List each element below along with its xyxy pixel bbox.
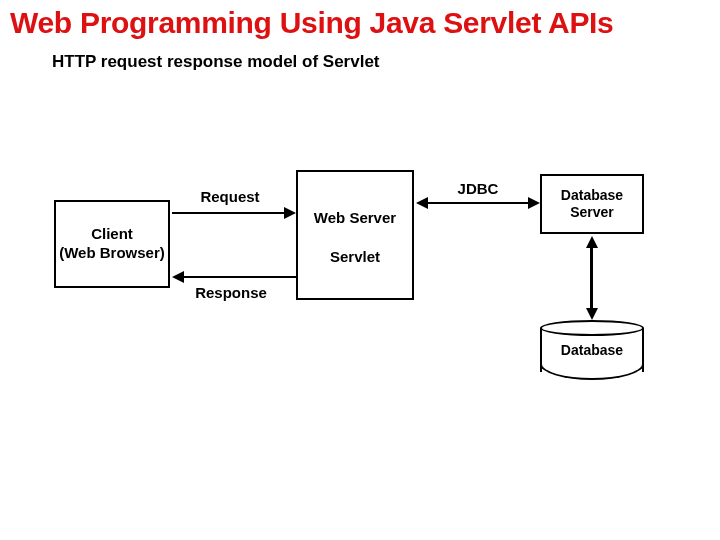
edge-request-line: [172, 212, 286, 214]
node-database-server-line2: Server: [570, 204, 614, 222]
edge-db-vertical-arrowhead-up: [586, 236, 598, 248]
edge-request-arrowhead: [284, 207, 296, 219]
edge-jdbc-arrowhead-left: [416, 197, 428, 209]
node-database-server-line1: Database: [561, 187, 623, 205]
node-webserver: Web Server Servlet: [296, 170, 414, 300]
edge-response-arrowhead: [172, 271, 184, 283]
cylinder-top: [540, 320, 644, 336]
node-webserver-line2: Servlet: [330, 248, 380, 267]
slide-subtitle: HTTP request response model of Servlet: [52, 52, 380, 72]
cylinder-bottom: [540, 364, 644, 380]
node-database-label: Database: [540, 342, 644, 358]
edge-jdbc-line: [426, 202, 530, 204]
slide-title: Web Programming Using Java Servlet APIs: [10, 6, 614, 40]
edge-db-vertical-line: [590, 246, 593, 310]
edge-response-label: Response: [186, 284, 276, 301]
edge-db-vertical-arrowhead-down: [586, 308, 598, 320]
node-database: Database: [540, 320, 644, 380]
slide: Web Programming Using Java Servlet APIs …: [0, 0, 720, 540]
edge-jdbc-arrowhead-right: [528, 197, 540, 209]
node-client-line2: (Web Browser): [59, 244, 165, 263]
node-webserver-line1: Web Server: [314, 209, 396, 228]
diagram: Client (Web Browser) Web Server Servlet …: [50, 170, 680, 400]
edge-response-line: [182, 276, 296, 278]
node-client: Client (Web Browser): [54, 200, 170, 288]
node-database-server: Database Server: [540, 174, 644, 234]
node-client-line1: Client: [91, 225, 133, 244]
edge-request-label: Request: [190, 188, 270, 205]
edge-jdbc-label: JDBC: [448, 180, 508, 197]
